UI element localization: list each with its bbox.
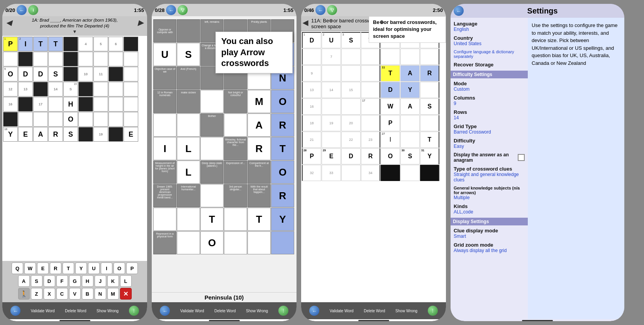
bc-r1c3[interactable]: [361, 49, 380, 65]
arrow-cell-r6c0[interactable]: Measurement of height in the air for pla…: [153, 161, 176, 184]
cell-r2-6[interactable]: 10: [78, 67, 93, 81]
bc-r3c3[interactable]: [361, 82, 380, 98]
phone1-bottom-back[interactable]: ←: [10, 306, 20, 316]
bc-r1c0[interactable]: 6: [302, 49, 321, 65]
bc-r2c2[interactable]: [341, 65, 361, 81]
bc-r5c6[interactable]: [420, 115, 439, 131]
phone1-back-btn[interactable]: ←: [17, 5, 27, 15]
arrow-cell-r4c4[interactable]: A: [247, 113, 271, 137]
bc-r4c4-w[interactable]: W: [381, 98, 400, 115]
key-i[interactable]: I: [101, 262, 112, 274]
bc-r8c5[interactable]: [400, 165, 420, 181]
cell-r3-4[interactable]: 14: [48, 82, 63, 96]
arrow-cell-r2c1[interactable]: And (French): [177, 66, 200, 90]
cell-r6-7[interactable]: 19: [93, 127, 108, 142]
bc-r8c2[interactable]: [341, 165, 361, 181]
key-d[interactable]: D: [44, 275, 55, 287]
cell-r5-8[interactable]: [108, 112, 123, 127]
bc-r5c3[interactable]: [361, 115, 380, 131]
key-a[interactable]: A: [18, 275, 30, 287]
key-n[interactable]: N: [95, 288, 106, 300]
cell-r4-5[interactable]: H: [63, 97, 78, 112]
bc-r5c1[interactable]: 19: [322, 115, 341, 131]
cell-r1-4[interactable]: [48, 52, 63, 66]
cell-r3-2[interactable]: 13: [18, 82, 33, 96]
arrow-cell-r6c4[interactable]: Compartment at the fr...: [247, 161, 271, 184]
key-e[interactable]: E: [37, 262, 49, 274]
setting-language-value[interactable]: English: [454, 27, 525, 32]
arrow-cell-r0c0[interactable]: Oppose or compete with: [153, 19, 176, 42]
arrow-cell-r5c5[interactable]: T: [271, 137, 294, 160]
setting-mode-value[interactable]: Custom: [454, 86, 525, 92]
arrow-cell-r1c1[interactable]: S: [177, 43, 200, 66]
cell-r5-3[interactable]: [33, 112, 48, 127]
cell-r6-3[interactable]: A: [33, 127, 48, 142]
bc-r4c6-s[interactable]: S: [420, 98, 439, 115]
bc-r8c1[interactable]: 33: [322, 165, 341, 181]
phone2-delete-btn[interactable]: Delete Word: [214, 309, 236, 313]
key-g[interactable]: G: [69, 275, 81, 287]
setting-country-value[interactable]: United States: [454, 41, 525, 46]
setting-configure-link[interactable]: Configure language & dictionary separate…: [454, 49, 525, 59]
cell-8[interactable]: 6: [108, 37, 123, 51]
cell-r2-4[interactable]: S: [48, 67, 63, 81]
phone2-bottom-back[interactable]: ←: [160, 306, 170, 316]
phone3-prev-clue[interactable]: ◀: [301, 16, 310, 31]
arrow-cell-r8c3[interactable]: [224, 208, 247, 231]
bc-r6c3[interactable]: 23: [361, 132, 380, 148]
bc-r6c1[interactable]: [322, 132, 341, 148]
key-b[interactable]: B: [82, 288, 93, 300]
cell-r4-4[interactable]: [48, 97, 63, 112]
cell-r3-5[interactable]: 15S: [63, 82, 78, 96]
arrow-cell-r4c2[interactable]: Bother: [200, 113, 224, 137]
key-k[interactable]: K: [107, 275, 119, 287]
arrow-cell-r5c1[interactable]: L: [177, 137, 200, 160]
bc-r7c1-e[interactable]: 29E: [322, 148, 341, 164]
phone4-back-btn[interactable]: ←: [454, 6, 464, 16]
bc-r6c6-t[interactable]: T: [420, 132, 439, 148]
bc-r4c5-a[interactable]: A: [400, 98, 420, 115]
arrow-cell-r8c4[interactable]: T: [247, 208, 271, 231]
bc-r2c0[interactable]: 9: [302, 65, 321, 81]
cell-4[interactable]: T: [48, 37, 63, 51]
phone2-bottom-menu[interactable]: ⋮: [278, 306, 288, 316]
arrow-cell-r7c4[interactable]: With the result that about happen...: [247, 184, 271, 207]
key-v[interactable]: V: [69, 288, 81, 300]
cell-r1-8[interactable]: [108, 52, 123, 66]
setting-recover[interactable]: Recover Storage: [454, 62, 525, 68]
arrow-cell-r3c4[interactable]: M: [247, 90, 271, 113]
setting-grid-zoom-value[interactable]: Always display all the grid: [454, 248, 525, 253]
phone3-validate-btn[interactable]: Validate Word: [330, 309, 354, 313]
phone2-back-btn[interactable]: ←: [166, 5, 176, 15]
bc-r7c6-y[interactable]: 31Y: [420, 148, 439, 164]
arrow-cell-r5c2[interactable]: [200, 137, 224, 160]
arrow-cell-r7c1[interactable]: International humanitar...: [177, 184, 200, 207]
key-o[interactable]: O: [114, 262, 125, 274]
bc-r7c3-r[interactable]: R: [361, 148, 380, 164]
bc-r8c3[interactable]: 34: [361, 165, 380, 181]
phone1-prev-clue[interactable]: ◀: [6, 19, 12, 27]
bc-r0c1[interactable]: 2U: [322, 32, 341, 48]
arrow-cell-r6c3[interactable]: Expression of...: [224, 161, 247, 184]
arrow-cell-r2c0[interactable]: Objective case of we: [153, 66, 176, 90]
arrow-cell-r9c4[interactable]: [247, 231, 271, 254]
cell-r3-9[interactable]: [124, 82, 138, 96]
cell-r1-9[interactable]: [124, 52, 138, 66]
arrow-cell-r5c3[interactable]: Weasley, fictional character from the...: [224, 137, 247, 160]
key-c[interactable]: C: [56, 288, 68, 300]
arrow-cell-r4c0[interactable]: [153, 113, 176, 137]
bc-r7c0-p[interactable]: 28P: [302, 148, 321, 164]
cell-r6-2[interactable]: E: [18, 127, 33, 142]
setting-difficulty-value[interactable]: Easy: [454, 144, 525, 149]
cell-r5-4[interactable]: [48, 112, 63, 127]
bc-r4c3[interactable]: 17: [361, 98, 380, 115]
key-u[interactable]: U: [88, 262, 100, 274]
cell-r2-9[interactable]: [124, 67, 138, 81]
phone1-next-clue[interactable]: ▶: [138, 19, 143, 27]
cell-r3-7[interactable]: [93, 82, 108, 96]
cell-r1-1[interactable]: [3, 52, 18, 66]
setting-columns-value[interactable]: 9: [454, 101, 525, 106]
arrow-cell-r1c0[interactable]: U: [153, 43, 176, 66]
bc-r3c5-y[interactable]: Y: [400, 82, 420, 98]
cell-r1-7[interactable]: [93, 52, 108, 66]
